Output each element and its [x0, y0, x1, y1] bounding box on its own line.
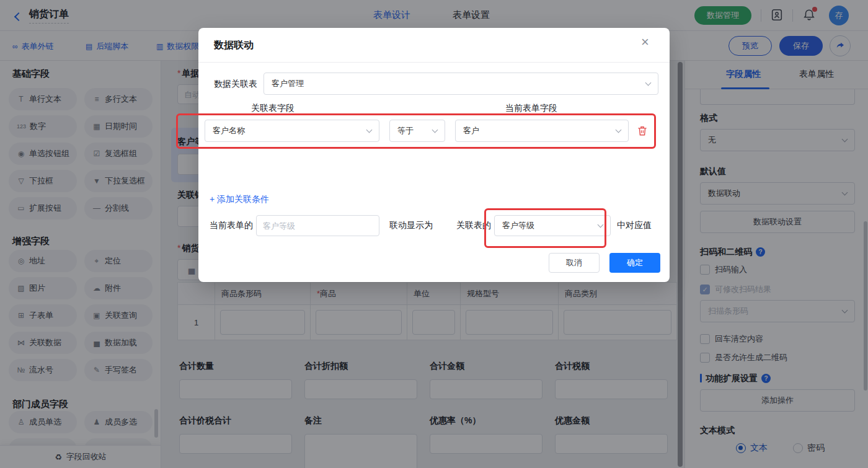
column-header-related-field: 关联表字段: [251, 103, 294, 114]
condition-field-select[interactable]: 客户名称: [205, 120, 379, 142]
condition-operator-select[interactable]: 等于: [389, 120, 445, 142]
modal-title: 数据联动: [214, 39, 254, 52]
column-header-current-field: 当前表单字段: [505, 103, 557, 114]
data-linkage-modal: 数据联动 × 数据关联表 客户管理 关联表字段 当前表单字段 客户名称 等于 客…: [198, 28, 670, 282]
close-icon[interactable]: ×: [641, 35, 649, 49]
form-designer-app: 销货订单 表单设计 表单设置 数据管理 存 ∞表单外链 ▤后端脚本 ▥数据权限 …: [0, 0, 868, 468]
chevron-down-icon: [616, 126, 622, 133]
chevron-down-icon: [645, 79, 652, 86]
related-table-label: 关联表的: [456, 220, 491, 231]
chevron-down-icon: [366, 126, 373, 133]
current-field-input[interactable]: [256, 215, 379, 236]
chevron-down-icon: [432, 126, 438, 133]
divider: [198, 62, 670, 63]
add-condition-link[interactable]: + 添加关联条件: [210, 194, 269, 205]
relation-table-label: 数据关联表: [214, 79, 257, 90]
confirm-button[interactable]: 确定: [609, 253, 660, 273]
relation-table-select[interactable]: 客户管理: [264, 73, 658, 95]
display-as-label: 联动显示为: [389, 220, 433, 231]
condition-target-select[interactable]: 客户: [455, 120, 629, 142]
related-field-select[interactable]: 客户等级: [494, 215, 611, 236]
delete-condition-icon[interactable]: [636, 125, 649, 137]
current-form-label: 当前表单的: [210, 220, 253, 231]
cancel-button[interactable]: 取消: [549, 253, 600, 273]
chevron-down-icon: [598, 221, 604, 227]
corresponding-value-label: 中对应值: [617, 220, 652, 231]
